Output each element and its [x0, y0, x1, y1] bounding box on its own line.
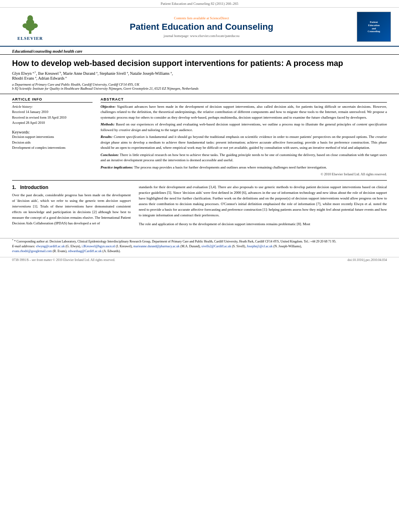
footnote-corresponding: * * Corresponding author at: Decision La… — [12, 238, 387, 244]
doi-line: doi:10.1016/j.pec.2010.04.034 — [348, 258, 387, 262]
conclusion-text: There is little empirical research on ho… — [101, 153, 387, 162]
history-label: Article history: — [12, 104, 93, 110]
journal-citation: Patient Education and Counseling 82 (201… — [160, 2, 238, 6]
footnote-emails: E-mail addresses: elwyng@cardiff.ac.uk (… — [12, 244, 387, 254]
journal-title: Patient Education and Counseling — [52, 22, 351, 32]
author-marie: Marie Anne Durand — [63, 71, 95, 76]
article-category: Educational/counseling model health care — [0, 47, 399, 55]
keyword-1: Decision support interventions — [12, 134, 93, 140]
top-bar: Patient Education and Counseling 82 (201… — [0, 0, 399, 8]
journal-logo-area: ELSEVIER — [8, 13, 52, 41]
abstract-col: ABSTRACT Objective: Significant advances… — [101, 97, 387, 177]
practice-label: Practice implications: — [101, 165, 133, 169]
body-right-col: standards for their development and eval… — [139, 185, 387, 230]
article-title: How to develop web-based decision suppor… — [12, 58, 387, 68]
accepted-date: Accepted 28 April 2010 — [12, 120, 93, 126]
received-revised-date: Received in revised form 18 April 2010 — [12, 115, 93, 121]
objective-label: Objective: — [101, 105, 115, 109]
results-label: Results: — [101, 135, 113, 139]
article-title-area: How to develop web-based decision suppor… — [0, 55, 399, 94]
intro-para1: Over the past decade, considerable progr… — [12, 193, 131, 226]
abstract-results: Results: Content specification is fundam… — [101, 134, 387, 151]
abstract-conclusion: Conclusion: There is little empirical re… — [101, 152, 387, 163]
keywords-label: Keywords: — [12, 130, 93, 134]
article-history: Article history: Received 14 January 201… — [12, 104, 93, 126]
journal-cover-area: PatientEducationandCounseling — [351, 12, 391, 42]
results-text: Content specification is fundamental and… — [101, 135, 387, 150]
page: Patient Education and Counseling 82 (201… — [0, 0, 399, 263]
abstract-practice: Practice implications: The process map p… — [101, 165, 387, 170]
affil-sup-a4: a — [171, 71, 172, 74]
elsevier-logo: ELSEVIER — [8, 13, 52, 41]
journal-center: Contents lists available at ScienceDirec… — [52, 16, 351, 38]
affil-sup-b: b — [60, 71, 61, 74]
author-natalie: Natalie Joseph-Williams — [130, 71, 169, 76]
objective-text: Significant advances have been made in t… — [101, 105, 387, 119]
svg-point-5 — [32, 23, 38, 28]
author-rhodri: Rhodri Evans — [12, 76, 34, 81]
sciencedirect-label: Contents lists available at ScienceDirec… — [52, 16, 351, 20]
keyword-3: Development of complex interventions — [12, 145, 93, 151]
intro-title: 1. Introduction — [12, 185, 131, 190]
keywords-section: Keywords: Decision support interventions… — [12, 130, 93, 151]
affil-sup-a3: a — [127, 71, 128, 74]
practice-text: The process map provides a basis for fur… — [134, 165, 327, 169]
body-left-col: 1. Introduction Over the past decade, co… — [12, 185, 131, 230]
keyword-2: Decision aids — [12, 140, 93, 146]
bottom-bar: 0738-3991/$ – see front matter © 2010 El… — [0, 257, 399, 263]
author-adrian: Adrian Edwards — [38, 76, 64, 81]
elsevier-tree-icon — [18, 13, 42, 35]
article-info-header: ARTICLE INFO — [12, 97, 93, 103]
affil-sup-a6: a — [66, 76, 67, 79]
copyright: © 2010 Elsevier Ireland Ltd. All rights … — [101, 172, 387, 177]
body-area: 1. Introduction Over the past decade, co… — [0, 181, 399, 234]
sciencedirect-name[interactable]: ScienceDirect — [210, 16, 229, 20]
affiliation-b: b IQ Scientific Institute for Quality in… — [12, 86, 387, 90]
elsevier-brand: ELSEVIER — [17, 36, 43, 41]
svg-point-4 — [23, 23, 28, 28]
journal-cover-image: PatientEducationandCounseling — [357, 12, 391, 42]
author-glyn: Glyn Elwyn — [12, 71, 32, 76]
article-info-abstract: ARTICLE INFO Article history: Received 1… — [0, 94, 399, 180]
methods-label: Methods: — [101, 122, 115, 126]
affiliations: a Department of Primary Care and Public … — [12, 82, 387, 90]
affiliation-a: a Department of Primary Care and Public … — [12, 82, 387, 86]
journal-homepage: journal homepage: www.elsevier.com/locat… — [52, 34, 351, 38]
issn-line: 0738-3991/$ – see front matter © 2010 El… — [12, 258, 115, 262]
abstract-text: Objective: Significant advances have bee… — [101, 104, 387, 177]
article-info-col: ARTICLE INFO Article history: Received 1… — [12, 97, 93, 177]
methods-text: Based on our experiences of developing a… — [101, 122, 387, 132]
intro-para2: standards for their development and eval… — [139, 185, 387, 218]
abstract-objective: Objective: Significant advances have bee… — [101, 104, 387, 121]
affil-sup-a1: a,* — [33, 71, 36, 74]
affil-sup-a2: a — [96, 71, 97, 74]
journal-header: ELSEVIER Contents lists available at Sci… — [0, 8, 399, 47]
abstract-methods: Methods: Based on our experiences of dev… — [101, 122, 387, 133]
intro-para3: The role and application of theory to th… — [139, 222, 387, 227]
conclusion-label: Conclusion: — [101, 153, 119, 157]
article-authors: Glyn Elwyn a,*, Ilse Kreuwel b, Marie An… — [12, 71, 387, 81]
author-stephanie: Stephanie Sivell — [99, 71, 125, 76]
received-date: Received 14 January 2010 — [12, 109, 93, 115]
footnotes-area: * * Corresponding author at: Decision La… — [0, 238, 399, 257]
abstract-header: ABSTRACT — [101, 97, 387, 103]
keyword-list: Decision support interventions Decision … — [12, 134, 93, 151]
author-ilse: Ilse Kreuwel — [38, 71, 58, 76]
affil-sup-a5: a — [35, 76, 36, 79]
svg-point-3 — [27, 15, 33, 22]
